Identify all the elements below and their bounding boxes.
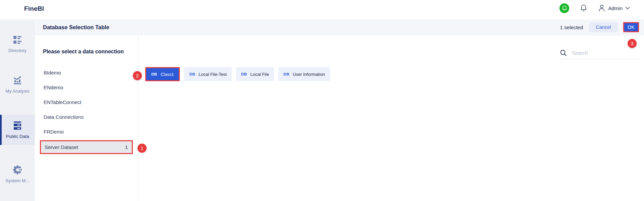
connection-label: ENTableConnect — [44, 99, 82, 105]
app-logo: FineBI — [24, 5, 44, 12]
connection-label: Data Connections — [44, 114, 84, 120]
notification-bell-icon[interactable] — [580, 4, 587, 12]
connection-item-frdemo[interactable]: FRDemo — [35, 124, 138, 139]
search-input[interactable] — [572, 50, 639, 56]
table-chip-label: Class1 — [161, 72, 174, 77]
database-icon: DB — [283, 72, 289, 76]
table-chip-class1[interactable]: DB Class1 — [145, 67, 180, 81]
user-name: Admin — [608, 5, 623, 11]
selected-item-count: 1 — [125, 144, 128, 150]
search-icon — [559, 49, 568, 57]
annotation-step-3-badge: 3 — [628, 39, 637, 48]
table-chip-label: User Information — [293, 72, 325, 77]
sidebar-item-label: My Analysis — [5, 89, 29, 94]
connection-item-server-dataset[interactable]: Server Dataset 1 — [40, 140, 133, 154]
connection-label: ENdemo — [44, 85, 63, 90]
dialog-actions: 1 selected Cancel OK — [560, 22, 639, 32]
public-data-icon — [12, 121, 22, 130]
sidebar: Directory My Analysis Public Dat — [0, 19, 35, 201]
table-selection-area: DB Class1 DB Local File-Test DB Local Fi… — [139, 35, 644, 201]
connection-label: FRDemo — [44, 129, 64, 135]
page-title: Database Selection Table — [43, 24, 109, 31]
table-chip-user-information[interactable]: DB User Information — [278, 67, 330, 81]
database-icon: DB — [189, 72, 195, 76]
database-icon: DB — [151, 72, 157, 76]
directory-icon — [12, 36, 22, 44]
annotation-step-2-badge: 2 — [133, 71, 142, 80]
data-connection-panel: Please select a data connection BIdemo E… — [35, 35, 139, 201]
annotation-step-1-badge: 1 — [138, 144, 147, 153]
table-chip-local-file-test[interactable]: DB Local File-Test — [184, 67, 231, 81]
connection-label: BIdemo — [44, 70, 61, 76]
table-chip-local-file[interactable]: DB Local File — [236, 67, 274, 81]
database-icon: DB — [241, 72, 247, 76]
user-icon — [598, 4, 605, 12]
topbar: FineBI Admin — [0, 0, 644, 19]
sidebar-item-my-analysis[interactable]: My Analysis — [0, 69, 35, 100]
connection-item-endemo[interactable]: ENdemo — [35, 80, 138, 95]
ok-button[interactable]: OK — [623, 22, 639, 32]
sidebar-item-directory[interactable]: Directory — [0, 29, 35, 60]
sidebar-item-label: Public Data — [6, 134, 29, 139]
connection-item-entableconnect[interactable]: ENTableConnect — [35, 95, 138, 109]
table-chips: DB Class1 DB Local File-Test DB Local Fi… — [145, 67, 330, 81]
chevron-down-icon — [625, 7, 630, 10]
search-box[interactable] — [559, 47, 639, 59]
sidebar-item-system-management[interactable]: System M... — [0, 159, 35, 190]
sidebar-item-label: System M... — [5, 178, 29, 183]
connection-list: BIdemo ENdemo ENTableConnect Data Connec… — [35, 65, 138, 154]
table-chip-label: Local File — [250, 72, 269, 77]
user-menu[interactable]: Admin — [598, 4, 630, 12]
topbar-actions: Admin — [559, 2, 630, 14]
connection-label: Server Dataset — [45, 144, 78, 150]
panel-heading: Please select a data connection — [35, 35, 138, 55]
gear-icon — [13, 165, 22, 174]
connection-item-bidemo[interactable]: BIdemo — [35, 65, 138, 80]
cancel-button[interactable]: Cancel — [589, 22, 618, 32]
sidebar-item-public-data[interactable]: Public Data — [0, 115, 35, 145]
dialog-header: Database Selection Table 1 selected Canc… — [35, 19, 644, 35]
sidebar-item-label: Directory — [8, 48, 26, 53]
analysis-icon — [12, 76, 22, 85]
selected-count: 1 selected — [560, 24, 583, 30]
bell-icon — [562, 5, 567, 11]
table-chip-label: Local File-Test — [199, 72, 227, 77]
notification-active-icon[interactable] — [559, 3, 569, 13]
connection-item-data-connections[interactable]: Data Connections — [35, 109, 138, 124]
